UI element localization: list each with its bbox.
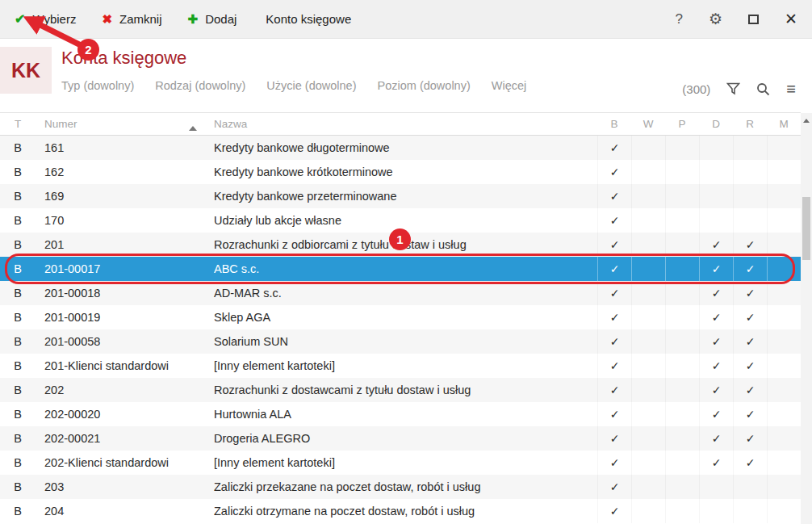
cell-type: B (0, 451, 36, 475)
table-row[interactable]: B161Kredyty bankowe długoterminowe✓ (0, 136, 801, 160)
maximize-button[interactable] (748, 15, 759, 24)
cell-check-p (665, 257, 699, 281)
cell-check-d (699, 208, 733, 233)
cell-number: 202-00021 (36, 426, 205, 451)
table-row[interactable]: B202-Klienci standardowi[Inny element ka… (0, 451, 801, 475)
konto-ksiegowe-menu[interactable]: Konto księgowe (266, 12, 351, 26)
cell-check-p (665, 208, 699, 233)
cell-check-p (665, 426, 699, 451)
cell-check-r (733, 499, 767, 523)
table-row[interactable]: B204Zaliczki otrzymane na poczet dostaw,… (0, 499, 801, 523)
table-header: T Numer Nazwa B W P D R M (0, 112, 801, 136)
table-row[interactable]: B201Rozrachunki z odbiorcami z tytułu do… (0, 233, 801, 257)
cell-number: 202-00020 (36, 402, 205, 426)
cell-check-m (767, 499, 801, 523)
cell-check-w (631, 160, 665, 184)
table-row[interactable]: B162Kredyty bankowe krótkoterminowe✓ (0, 160, 801, 184)
table-row[interactable]: B201-Klienci standardowi[Inny element ka… (0, 354, 801, 378)
cell-check-p (665, 281, 699, 305)
filter-bar: Typ (dowolny) Rodzaj (dowolny) Użycie (d… (61, 79, 526, 92)
cell-check-r: ✓ (733, 329, 767, 354)
cell-check-b: ✓ (597, 426, 631, 451)
scrollbar-thumb[interactable] (802, 197, 810, 260)
add-button[interactable]: ✚ Dodaj (188, 12, 237, 27)
cell-check-b: ✓ (597, 329, 631, 354)
cell-name: Solarium SUN (205, 329, 597, 354)
table-row[interactable]: B202Rozrachunki z dostawcami z tytułu do… (0, 378, 801, 402)
cell-type: B (0, 184, 36, 208)
column-header-r[interactable]: R (733, 118, 767, 130)
filter-typ[interactable]: Typ (dowolny) (61, 79, 134, 92)
cell-number: 204 (36, 499, 205, 523)
cell-type: B (0, 475, 36, 499)
close-list-button[interactable]: ✖ Zamknij (102, 12, 161, 27)
cell-check-r (733, 160, 767, 184)
cell-check-d: ✓ (699, 329, 733, 354)
cell-type: B (0, 233, 36, 257)
record-count: (300) (682, 82, 710, 96)
settings-gear-icon[interactable]: ⚙ (709, 11, 722, 27)
help-button[interactable]: ? (676, 11, 683, 27)
cell-check-r (733, 184, 767, 208)
cell-check-b: ✓ (597, 208, 631, 233)
cell-type: B (0, 426, 36, 451)
cell-check-b: ✓ (597, 160, 631, 184)
column-header-b[interactable]: B (597, 118, 631, 130)
cell-check-b: ✓ (597, 378, 631, 402)
cell-number: 202-Klienci standardowi (36, 451, 205, 475)
table-row[interactable]: B202-00021Drogeria ALEGRO✓✓✓ (0, 426, 801, 451)
cell-number: 161 (36, 136, 205, 160)
filter-rodzaj[interactable]: Rodzaj (dowolny) (155, 79, 245, 92)
red-x-icon: ✖ (102, 12, 112, 27)
select-button[interactable]: ✔ Wybierz (15, 11, 76, 27)
table-row[interactable]: B202-00020Hurtownia ALA✓✓✓ (0, 402, 801, 426)
column-header-m[interactable]: M (767, 118, 801, 130)
cell-name: Hurtownia ALA (205, 402, 597, 426)
cell-type: B (0, 378, 36, 402)
cell-check-p (665, 233, 699, 257)
cell-check-b: ✓ (597, 402, 631, 426)
filter-uzycie[interactable]: Użycie (dowolne) (266, 79, 356, 92)
cell-check-m (767, 426, 801, 451)
cell-check-m (767, 378, 801, 402)
cell-check-d: ✓ (699, 354, 733, 378)
window-controls: ? ⚙ ✕ (676, 10, 797, 28)
cell-name: Udziały lub akcje własne (205, 208, 597, 233)
cell-check-m (767, 451, 801, 475)
cell-check-b: ✓ (597, 136, 631, 160)
cell-type: B (0, 136, 36, 160)
close-window-button[interactable]: ✕ (785, 10, 797, 28)
table-row[interactable]: B201-00017ABC s.c.✓✓✓ (0, 257, 801, 281)
menu-icon[interactable]: ≡ (786, 81, 796, 97)
cell-check-b: ✓ (597, 233, 631, 257)
page-title: Konta księgowe (61, 48, 186, 69)
filter-wiecej[interactable]: Więcej (492, 79, 527, 92)
column-header-nazwa[interactable]: Nazwa (205, 118, 597, 130)
column-header-numer[interactable]: Numer (36, 118, 205, 130)
cell-check-b: ✓ (597, 354, 631, 378)
cell-name: Rozrachunki z odbiorcami z tytułu dostaw… (205, 233, 597, 257)
table-row[interactable]: B169Kredyty bankowe przeterminowane✓ (0, 184, 801, 208)
table-row[interactable]: B201-00019Sklep AGA✓✓✓ (0, 305, 801, 329)
cell-number: 201-00017 (36, 257, 205, 281)
cell-name: Kredyty bankowe długoterminowe (205, 136, 597, 160)
cell-check-r (733, 208, 767, 233)
search-icon[interactable] (756, 82, 770, 96)
vertical-scrollbar[interactable] (801, 113, 812, 524)
table-row[interactable]: B201-00018AD-MAR s.c.✓✓✓ (0, 281, 801, 305)
column-header-d[interactable]: D (699, 118, 733, 130)
cell-number: 169 (36, 184, 205, 208)
scroll-up-arrow-icon[interactable] (803, 119, 810, 123)
filter-funnel-icon[interactable] (726, 82, 740, 95)
column-header-t[interactable]: T (0, 118, 36, 130)
table-row[interactable]: B203Zaliczki przekazane na poczet dostaw… (0, 475, 801, 499)
column-header-w[interactable]: W (631, 118, 665, 130)
close-button-label: Zamknij (119, 12, 162, 26)
cell-name: Kredyty bankowe krótkoterminowe (205, 160, 597, 184)
cell-check-p (665, 305, 699, 329)
table-row[interactable]: B201-00058Solarium SUN✓✓✓ (0, 329, 801, 354)
app-window: ✔ Wybierz ✖ Zamknij ✚ Dodaj Konto księgo… (0, 0, 812, 524)
filter-poziom[interactable]: Poziom (dowolny) (378, 79, 471, 92)
column-header-p[interactable]: P (665, 118, 699, 130)
table-row[interactable]: B170Udziały lub akcje własne✓ (0, 208, 801, 233)
